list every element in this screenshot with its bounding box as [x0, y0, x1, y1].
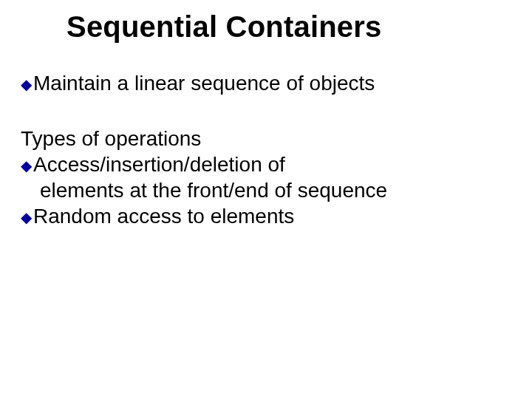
- diamond-bullet-icon: ◆: [21, 75, 32, 94]
- bullet-text-continued: elements at the front/end of sequence: [40, 177, 511, 203]
- section-heading: Types of operations: [21, 126, 511, 151]
- bullet-text: Maintain a linear sequence of objects: [33, 70, 375, 96]
- slide-body: ◆ Maintain a linear sequence of objects …: [21, 70, 511, 229]
- slide: Sequential Containers ◆ Maintain a linea…: [0, 0, 532, 399]
- bullet-text: Access/insertion/deletion of: [33, 151, 285, 177]
- diamond-bullet-icon: ◆: [21, 208, 32, 227]
- bullet-text: Random access to elements: [33, 203, 294, 229]
- bullet-item: ◆ Random access to elements: [21, 203, 511, 229]
- bullet-item: ◆ Maintain a linear sequence of objects: [21, 70, 511, 96]
- bullet-item: ◆ Access/insertion/deletion of: [21, 151, 511, 177]
- slide-title: Sequential Containers: [66, 10, 511, 44]
- diamond-bullet-icon: ◆: [21, 157, 32, 175]
